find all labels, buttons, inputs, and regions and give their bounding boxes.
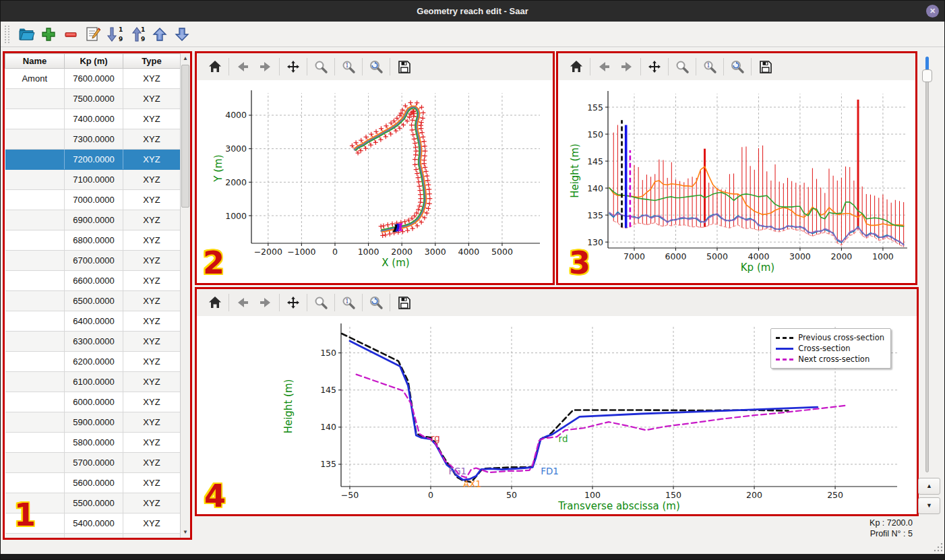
table-cell[interactable]: XYZ [123, 271, 181, 291]
home-button[interactable] [204, 291, 226, 314]
table-cell[interactable]: 7400.0000 [65, 109, 123, 129]
pan-button[interactable] [643, 55, 666, 78]
zoom-one-button[interactable]: 1 [337, 55, 360, 78]
table-cell[interactable]: 7300.0000 [65, 129, 123, 150]
table-cell[interactable]: 6500.0000 [65, 291, 123, 311]
table-row[interactable]: 6500.0000XYZ [5, 291, 181, 311]
table-row[interactable]: 5800.0000XYZ [5, 433, 181, 453]
profile-down-button[interactable]: ▼ [918, 497, 940, 514]
table-row[interactable]: 6900.0000XYZ [5, 210, 181, 230]
table-row[interactable]: 7200.0000XYZ [5, 150, 181, 170]
table-row[interactable]: 5300.0000XYZ [5, 534, 181, 538]
table-cell[interactable]: 6100.0000 [65, 372, 123, 392]
table-cell[interactable] [5, 210, 65, 230]
cross-section-figure[interactable]: −50050100150200250135140145150Transverse… [197, 316, 917, 514]
table-cell[interactable] [5, 372, 65, 392]
table-cell[interactable]: XYZ [123, 170, 181, 190]
table-cell[interactable]: XYZ [123, 230, 181, 251]
column-header-type[interactable]: Type [123, 54, 181, 69]
zoom-one-button[interactable]: 1 [337, 291, 360, 314]
table-cell[interactable]: XYZ [123, 453, 181, 473]
profile-slider-track[interactable] [925, 57, 929, 472]
table-row[interactable]: 5700.0000XYZ [5, 453, 181, 473]
table-cell[interactable] [5, 392, 65, 412]
toolbar-grip[interactable] [5, 26, 9, 43]
table-cell[interactable]: XYZ [123, 473, 181, 493]
table-cell[interactable]: XYZ [123, 412, 181, 433]
table-cell[interactable]: XYZ [123, 433, 181, 453]
zoom-fit-button[interactable] [365, 291, 388, 314]
sort-numeric-desc-button[interactable]: 1 9 [104, 24, 126, 45]
table-cell[interactable]: 6400.0000 [65, 311, 123, 332]
scroll-up-icon[interactable]: ▲ [181, 53, 190, 64]
table-cell[interactable]: XYZ [123, 352, 181, 372]
table-cell[interactable]: XYZ [123, 251, 181, 271]
table-cell[interactable]: 5800.0000 [65, 433, 123, 453]
table-cell[interactable]: 5600.0000 [65, 473, 123, 493]
table-cell[interactable]: 5500.0000 [65, 493, 123, 514]
table-cell[interactable] [5, 271, 65, 291]
table-cell[interactable]: XYZ [123, 514, 181, 534]
table-row[interactable]: 6100.0000XYZ [5, 372, 181, 392]
move-down-button[interactable] [171, 24, 193, 45]
table-cell[interactable]: XYZ [123, 210, 181, 230]
table-cell[interactable] [5, 453, 65, 473]
back-button[interactable] [231, 55, 254, 78]
table-row[interactable]: 6700.0000XYZ [5, 251, 181, 271]
table-cell[interactable] [5, 352, 65, 372]
table-cell[interactable] [5, 170, 65, 190]
table-row[interactable]: Amont7600.0000XYZ [5, 69, 181, 89]
column-header-kp[interactable]: Kp (m) [65, 54, 123, 69]
table-cell[interactable]: 5900.0000 [65, 412, 123, 433]
scroll-down-icon[interactable]: ▼ [181, 527, 190, 538]
table-cell[interactable]: XYZ [123, 291, 181, 311]
open-folder-button[interactable] [15, 24, 37, 45]
table-row[interactable]: 7400.0000XYZ [5, 109, 181, 129]
table-cell[interactable] [5, 311, 65, 332]
table-scrollbar-thumb[interactable] [181, 65, 189, 208]
save-button[interactable] [392, 55, 415, 78]
zoom-fit-button[interactable] [365, 55, 388, 78]
table-cell[interactable] [5, 109, 65, 129]
table-cell[interactable]: 5400.0000 [65, 514, 123, 534]
table-cell[interactable]: Amont [5, 69, 65, 89]
table-row[interactable]: 7500.0000XYZ [5, 89, 181, 109]
table-cell[interactable]: 7200.0000 [65, 150, 123, 170]
table-cell[interactable]: XYZ [123, 150, 181, 170]
table-cell[interactable]: 6900.0000 [65, 210, 123, 230]
table-cell[interactable]: XYZ [123, 392, 181, 412]
table-cell[interactable]: 6200.0000 [65, 352, 123, 372]
table-cell[interactable]: 6600.0000 [65, 271, 123, 291]
table-row[interactable]: 6400.0000XYZ [5, 311, 181, 332]
table-cell[interactable]: XYZ [123, 534, 181, 538]
table-cell[interactable]: XYZ [123, 372, 181, 392]
sort-numeric-asc-button[interactable]: 1 9 [126, 24, 148, 45]
table-row[interactable]: 5900.0000XYZ [5, 412, 181, 433]
table-cell[interactable]: XYZ [123, 89, 181, 109]
table-cell[interactable]: 5300.0000 [65, 534, 123, 538]
move-up-button[interactable] [148, 24, 171, 45]
table-cell[interactable] [5, 230, 65, 251]
profile-up-button[interactable]: ▲ [918, 478, 940, 495]
table-row[interactable]: 6300.0000XYZ [5, 332, 181, 352]
edit-button[interactable] [82, 24, 104, 45]
longitudinal-figure[interactable]: 7000600050004000300020001000130135140145… [558, 80, 915, 283]
table-row[interactable]: 6800.0000XYZ [5, 230, 181, 251]
table-cell[interactable]: 7100.0000 [65, 170, 123, 190]
zoom-button[interactable] [671, 55, 694, 78]
table-cell[interactable] [5, 433, 65, 453]
table-cell[interactable]: 6700.0000 [65, 251, 123, 271]
table-scrollbar[interactable]: ▲ ▼ [180, 53, 190, 538]
plan-figure[interactable]: −2000−1000010002000300040005000100020003… [197, 80, 553, 283]
forward-button[interactable] [254, 55, 277, 78]
save-button[interactable] [392, 291, 415, 314]
home-button[interactable] [204, 55, 226, 78]
zoom-fit-button[interactable] [726, 55, 749, 78]
table-cell[interactable]: XYZ [123, 311, 181, 332]
zoom-button[interactable] [309, 55, 332, 78]
table-cell[interactable]: XYZ [123, 69, 181, 89]
table-cell[interactable] [5, 534, 65, 538]
table-cell[interactable] [5, 291, 65, 311]
table-cell[interactable] [5, 332, 65, 352]
table-cell[interactable] [5, 190, 65, 210]
